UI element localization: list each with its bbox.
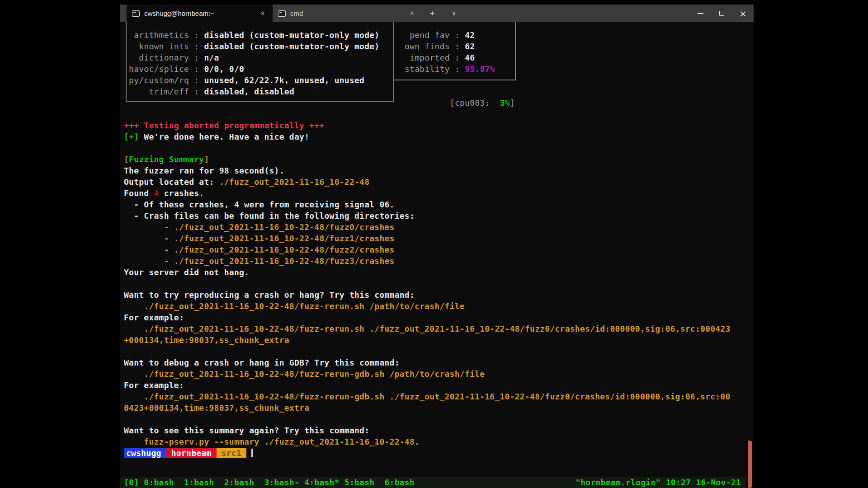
terminal-line (124, 413, 731, 425)
afl-stat-row: havoc/splice : 0/0, 0/0 (124, 63, 379, 75)
text-segment: disabled, disabled (204, 87, 294, 96)
text-segment: : (189, 30, 204, 40)
tab-close-icon[interactable]: × (407, 9, 416, 18)
text-segment: : (450, 53, 465, 62)
console-icon (132, 10, 140, 17)
text-segment: ] (204, 155, 209, 164)
text-segment: known ints (124, 42, 189, 51)
text-segment: havoc/splice (124, 64, 189, 74)
text-segment: : (189, 75, 204, 85)
text-segment: own finds (400, 42, 450, 51)
terminal-line: Found 4 crashes. (124, 188, 731, 199)
afl-left-panel-bottom-border (126, 101, 394, 102)
afl-path-geometry-panel: pend fav : 42 own finds : 62 imported : … (400, 29, 495, 75)
terminal-line: ./fuzz_out_2021-11-16_10-22-48/fuzz-reru… (124, 391, 731, 402)
terminal-line: Output located at: ./fuzz_out_2021-11-16… (124, 176, 731, 188)
terminal-line: Want to debug a crash or hang in GDB? Tr… (124, 357, 731, 368)
text-segment: We're done here. Have a nice day! (139, 132, 309, 141)
text-segment: For example: (124, 380, 184, 390)
text-segment: Want to debug a crash or hang in GDB? Tr… (124, 358, 400, 367)
text-segment: - ./fuzz_out_2021-11-16_10-22-48/fuzz3/c… (124, 256, 395, 266)
text-segment: : (450, 30, 465, 40)
tab-cwshugg-hornbeam[interactable]: cwshugg@hornbeam:~ × (127, 5, 273, 22)
terminal-line: - ./fuzz_out_2021-11-16_10-22-48/fuzz1/c… (124, 233, 731, 244)
prompt-segment: cwshugg (124, 448, 166, 458)
afl-strategy-panel: arithmetics : disabled (custom-mutator-o… (124, 29, 379, 97)
text-segment: The fuzzer ran for 98 second(s). (124, 166, 284, 175)
afl-stat-row: imported : 46 (400, 52, 495, 63)
afl-right-panel-bottom-border (393, 80, 516, 80)
text-segment: 0/0, 0/0 (204, 64, 244, 74)
terminal-line (124, 142, 731, 154)
text-segment: Want to try reproducing a crash or hang?… (124, 290, 415, 300)
afl-stat-row: pend fav : 42 (400, 29, 495, 41)
afl-stat-row: known ints : disabled (custom-mutator-on… (124, 41, 379, 52)
tab-strip: cwshugg@hornbeam:~ × cmd × + ∨ × (120, 5, 754, 22)
fuzzing-summary-output: +++ Testing aborted programmatically +++… (124, 120, 731, 459)
text-segment: - ./fuzz_out_2021-11-16_10-22-48/fuzz1/c… (124, 234, 395, 243)
text-segment: ./fuzz_out_2021-11-16_10-22-48/fuzz-reru… (124, 301, 465, 311)
terminal-line: fuzz-pserv.py --summary ./fuzz_out_2021-… (124, 436, 731, 447)
cpu-usage: [cpu003: 3%] (393, 86, 515, 97)
tab-dropdown-icon[interactable]: ∨ (446, 5, 462, 22)
close-button[interactable]: × (732, 5, 754, 22)
scrollbar-thumb[interactable] (748, 441, 752, 488)
afl-stat-row: own finds : 62 (400, 41, 495, 52)
maximize-button[interactable] (711, 5, 732, 22)
afl-stat-row: py/custom/rq : unused, 62/22.7k, unused,… (124, 75, 379, 86)
cpu-label: [cpu003: (450, 98, 490, 108)
text-segment: : (189, 53, 204, 62)
text-segment: ./fuzz_out_2021-11-16_10-22-48/fuzz-reru… (124, 392, 731, 401)
tab-close-icon[interactable]: × (258, 9, 267, 18)
terminal-line: - ./fuzz_out_2021-11-16_10-22-48/fuzz3/c… (124, 255, 731, 267)
text-segment: [ (124, 155, 129, 164)
text-segment: : (189, 42, 204, 51)
terminal-line: ./fuzz_out_2021-11-16_10-22-48/fuzz-reru… (124, 368, 731, 380)
text-segment: 95.87% (465, 64, 495, 74)
text-segment: 0423+000134,time:98037,ss_chunk_extra (124, 403, 309, 413)
text-segment: fuzz-pserv.py --summary ./fuzz_out_2021-… (124, 437, 420, 446)
text-segment: stability (400, 64, 450, 74)
text-segment: crashes. (159, 188, 204, 198)
text-segment: : (189, 64, 204, 74)
text-segment: 4 (154, 188, 159, 198)
text-segment: For example: (124, 313, 184, 322)
maximize-icon (719, 11, 724, 16)
text-segment: 42 (465, 30, 475, 40)
minimize-button[interactable] (690, 5, 711, 22)
text-segment: ./fuzz_out_2021-11-16_10-22-48/fuzz-reru… (124, 369, 485, 379)
terminal-line: The fuzzer ran for 98 second(s). (124, 165, 731, 176)
afl-panel-right-border (515, 22, 516, 80)
text-segment: Want to see this summary again? Try this… (124, 426, 369, 435)
text-segment: Output located at: (124, 177, 219, 187)
text-segment: Found (124, 188, 154, 198)
terminal-line: ./fuzz_out_2021-11-16_10-22-48/fuzz-reru… (124, 323, 731, 334)
tab-cmd[interactable]: cmd × (273, 5, 422, 22)
afl-stat-row: dictionary : n/a (124, 52, 379, 63)
afl-stat-row: stability : 95.87% (400, 63, 495, 75)
terminal-line: +++ Testing aborted programmatically +++ (124, 120, 731, 131)
terminal-line (124, 278, 731, 289)
terminal-line: For example: (124, 380, 731, 391)
terminal-line: Your server did not hang. (124, 267, 731, 278)
text-segment: disabled (custom-mutator-only mode) (204, 42, 379, 51)
new-tab-button[interactable]: + (425, 5, 440, 22)
tmux-window-list: [0] 0:bash 1:bash 2:bash 3:bash- 4:bash*… (124, 477, 415, 488)
text-segment: : (450, 42, 465, 51)
text-segment: n/a (204, 53, 219, 62)
text-segment: ./fuzz_out_2021-11-16_10-22-48/fuzz-reru… (124, 324, 731, 333)
text-segment: - ./fuzz_out_2021-11-16_10-22-48/fuzz0/c… (124, 222, 395, 232)
terminal-line: Want to see this summary again? Try this… (124, 425, 731, 436)
text-segment: dictionary (124, 53, 189, 62)
text-segment: Fuzzing Summary (129, 155, 204, 164)
terminal-line: 0423+000134,time:98037,ss_chunk_extra (124, 402, 731, 413)
text-segment: 46 (465, 53, 475, 62)
text-segment: ./fuzz_out_2021-11-16_10-22-48 (219, 177, 370, 187)
cpu-value: 3% (500, 98, 510, 108)
terminal-line: [+] We're done here. Have a nice day! (124, 131, 731, 142)
scrollbar-track[interactable] (746, 22, 754, 488)
prompt-segment: src1 (217, 448, 247, 458)
text-segment: disabled (custom-mutator-only mode) (204, 30, 379, 40)
text-segment: : (450, 64, 465, 74)
titlebar-drag-area (462, 5, 690, 22)
